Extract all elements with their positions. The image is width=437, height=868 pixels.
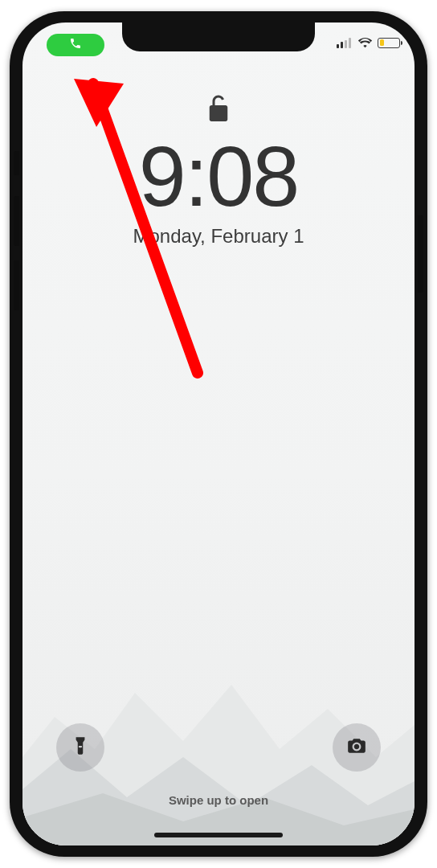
svg-rect-0	[337, 44, 339, 48]
volume-down-button	[14, 260, 19, 310]
battery-icon	[378, 38, 400, 48]
svg-rect-2	[345, 40, 347, 48]
home-indicator[interactable]	[154, 833, 283, 837]
status-right	[337, 37, 400, 48]
svg-rect-3	[349, 38, 351, 48]
mute-switch	[14, 151, 19, 175]
signal-icon	[337, 38, 353, 48]
svg-rect-1	[341, 42, 343, 48]
call-pill[interactable]	[47, 34, 104, 56]
phone-screen: 9:08 Monday, February 1 Swipe up to open	[22, 23, 415, 845]
phone-icon	[69, 37, 82, 53]
unlocked-icon	[22, 93, 415, 125]
flashlight-icon	[70, 735, 91, 760]
lockscreen-center: 9:08 Monday, February 1	[22, 93, 415, 248]
battery-fill	[380, 39, 385, 46]
lockscreen-time: 9:08	[22, 133, 415, 219]
swipe-hint: Swipe up to open	[22, 793, 415, 807]
phone-frame: 9:08 Monday, February 1 Swipe up to open	[10, 11, 427, 857]
flashlight-button[interactable]	[56, 723, 104, 772]
camera-icon	[346, 735, 367, 760]
wifi-icon	[357, 37, 373, 48]
volume-up-button	[14, 196, 19, 246]
side-button	[418, 215, 423, 293]
lockscreen-date: Monday, February 1	[22, 225, 415, 248]
status-bar	[22, 29, 415, 61]
camera-button[interactable]	[333, 723, 381, 772]
